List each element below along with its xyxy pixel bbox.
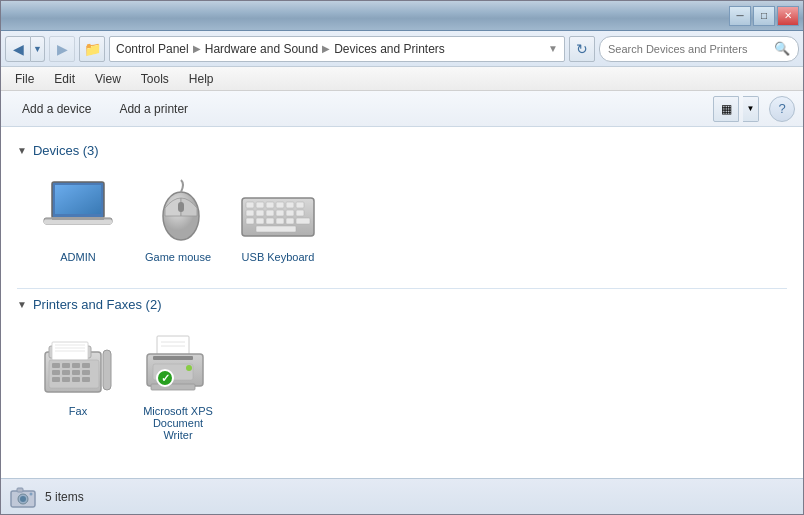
device-usb-keyboard[interactable]: USB Keyboard — [233, 172, 323, 268]
forward-button[interactable]: ▶ — [49, 36, 75, 62]
path-hardware-sound[interactable]: Hardware and Sound — [205, 42, 318, 56]
usb-keyboard-label: USB Keyboard — [242, 251, 315, 263]
path-sep-1: ▶ — [193, 43, 201, 54]
svg-rect-44 — [62, 377, 70, 382]
toolbar-right: ▦ ▼ ? — [713, 96, 795, 122]
svg-point-60 — [30, 492, 33, 495]
add-device-button[interactable]: Add a device — [9, 97, 104, 121]
add-printer-label: Add a printer — [119, 102, 188, 116]
svg-rect-9 — [246, 202, 254, 208]
section-divider — [17, 288, 787, 289]
mouse-icon — [138, 177, 218, 247]
device-admin[interactable]: ADMIN — [33, 172, 123, 268]
svg-rect-15 — [246, 210, 254, 216]
svg-rect-22 — [256, 218, 264, 224]
device-fax[interactable]: Fax — [33, 326, 123, 446]
svg-rect-43 — [52, 377, 60, 382]
menu-tools[interactable]: Tools — [131, 69, 179, 89]
svg-rect-13 — [286, 202, 294, 208]
svg-rect-39 — [52, 370, 60, 375]
help-button[interactable]: ? — [769, 96, 795, 122]
back-button[interactable]: ◀ — [5, 36, 31, 62]
svg-rect-17 — [266, 210, 274, 216]
svg-rect-59 — [17, 488, 23, 492]
main-area: ▼ Devices (3) — [1, 127, 803, 478]
svg-rect-10 — [256, 202, 264, 208]
devices-collapse-arrow[interactable]: ▼ — [17, 145, 27, 156]
game-mouse-label: Game mouse — [145, 251, 211, 263]
add-device-label: Add a device — [22, 102, 91, 116]
device-game-mouse[interactable]: Game mouse — [133, 172, 223, 268]
svg-rect-19 — [286, 210, 294, 216]
search-input[interactable] — [608, 43, 774, 55]
menu-file[interactable]: File — [5, 69, 44, 89]
svg-rect-47 — [103, 350, 111, 390]
status-count: 5 items — [45, 490, 84, 504]
devices-section-title[interactable]: Devices (3) — [33, 143, 99, 158]
laptop-icon — [38, 177, 118, 247]
printers-section-header: ▼ Printers and Faxes (2) — [17, 297, 787, 312]
svg-rect-23 — [266, 218, 274, 224]
svg-rect-11 — [266, 202, 274, 208]
svg-rect-42 — [82, 370, 90, 375]
view-button[interactable]: ▦ — [713, 96, 739, 122]
svg-rect-52 — [153, 356, 193, 360]
printers-grid: Fax — [17, 322, 787, 462]
search-box[interactable]: 🔍 — [599, 36, 799, 62]
svg-rect-21 — [246, 218, 254, 224]
menu-bar: File Edit View Tools Help — [1, 67, 803, 91]
search-icon[interactable]: 🔍 — [774, 41, 790, 56]
svg-rect-5 — [52, 217, 104, 220]
address-path[interactable]: Control Panel ▶ Hardware and Sound ▶ Dev… — [109, 36, 565, 62]
printers-section-title[interactable]: Printers and Faxes (2) — [33, 297, 162, 312]
svg-rect-40 — [62, 370, 70, 375]
minimize-button[interactable]: ─ — [729, 6, 751, 26]
svg-rect-18 — [276, 210, 284, 216]
svg-rect-45 — [72, 377, 80, 382]
svg-rect-55 — [151, 384, 195, 390]
view-dropdown[interactable]: ▼ — [743, 96, 759, 122]
path-devices-printers[interactable]: Devices and Printers — [334, 42, 445, 56]
device-xps-writer[interactable]: ✓ Microsoft XPS Document Writer — [133, 326, 223, 446]
svg-rect-20 — [296, 210, 304, 216]
svg-rect-27 — [256, 226, 296, 232]
printer-icon: ✓ — [138, 331, 218, 401]
menu-help[interactable]: Help — [179, 69, 224, 89]
svg-rect-2 — [55, 185, 101, 214]
folder-icon: 📁 — [79, 36, 105, 62]
svg-rect-37 — [72, 363, 80, 368]
svg-point-54 — [186, 365, 192, 371]
svg-rect-24 — [276, 218, 284, 224]
svg-rect-26 — [296, 218, 310, 224]
devices-section-header: ▼ Devices (3) — [17, 143, 787, 158]
nav-buttons: ◀ ▼ — [5, 36, 45, 62]
refresh-button[interactable]: ↻ — [569, 36, 595, 62]
devices-grid: ADMIN — [17, 168, 787, 284]
path-dropdown-arrow[interactable]: ▼ — [548, 43, 558, 54]
title-bar: ─ □ ✕ — [1, 1, 803, 31]
svg-rect-41 — [72, 370, 80, 375]
address-bar: ◀ ▼ ▶ 📁 Control Panel ▶ Hardware and Sou… — [1, 31, 803, 67]
menu-view[interactable]: View — [85, 69, 131, 89]
add-printer-button[interactable]: Add a printer — [106, 97, 201, 121]
admin-label: ADMIN — [60, 251, 95, 263]
svg-rect-46 — [82, 377, 90, 382]
menu-edit[interactable]: Edit — [44, 69, 85, 89]
maximize-button[interactable]: □ — [753, 6, 775, 26]
status-camera-icon — [9, 483, 37, 511]
close-button[interactable]: ✕ — [777, 6, 799, 26]
fax-label: Fax — [69, 405, 87, 417]
fax-icon — [38, 331, 118, 401]
path-control-panel[interactable]: Control Panel — [116, 42, 189, 56]
content-pane: ▼ Devices (3) — [1, 127, 803, 478]
printers-collapse-arrow[interactable]: ▼ — [17, 299, 27, 310]
back-dropdown[interactable]: ▼ — [31, 36, 45, 62]
svg-rect-14 — [296, 202, 304, 208]
svg-rect-7 — [178, 202, 184, 212]
toolbar: Add a device Add a printer ▦ ▼ ? — [1, 91, 803, 127]
svg-rect-4 — [44, 220, 112, 224]
title-bar-buttons: ─ □ ✕ — [729, 6, 799, 26]
svg-rect-25 — [286, 218, 294, 224]
xps-writer-label: Microsoft XPS Document Writer — [138, 405, 218, 441]
svg-point-58 — [20, 496, 26, 502]
